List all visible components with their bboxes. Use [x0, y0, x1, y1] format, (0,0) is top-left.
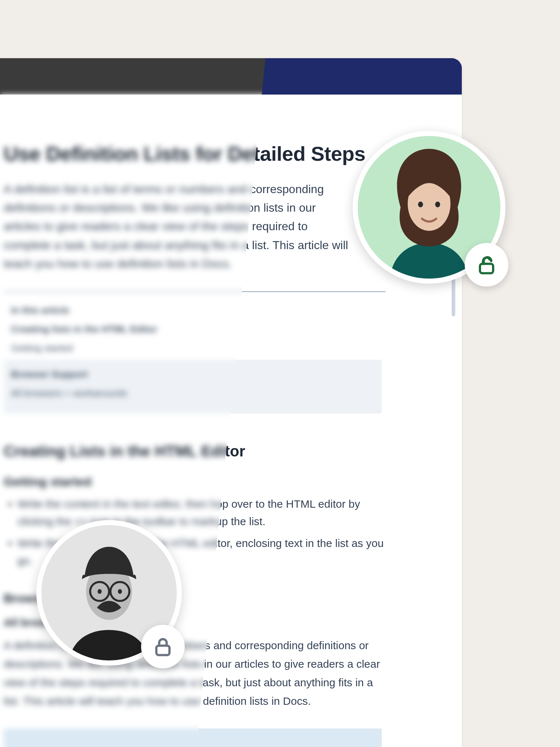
lock-badge — [141, 625, 185, 668]
lock-icon — [152, 635, 174, 658]
svg-point-3 — [435, 201, 440, 207]
collaborator-avatar-unlocked — [353, 131, 505, 284]
svg-point-11 — [118, 589, 122, 594]
unlock-badge — [465, 243, 508, 287]
collaborator-avatar-locked — [36, 520, 182, 666]
svg-rect-4 — [480, 264, 493, 273]
svg-rect-12 — [156, 646, 169, 655]
unlock-icon — [475, 253, 498, 276]
svg-point-2 — [418, 201, 423, 207]
svg-point-10 — [97, 589, 101, 594]
